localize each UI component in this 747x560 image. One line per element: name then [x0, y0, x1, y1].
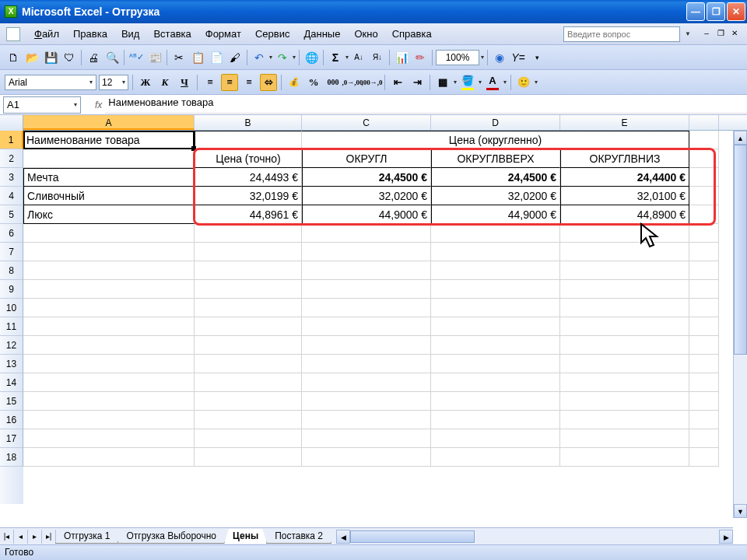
select-all-corner[interactable] — [0, 115, 23, 131]
first-sheet-button[interactable]: |◂ — [0, 530, 14, 544]
menu-data[interactable]: Данные — [297, 26, 346, 42]
undo-button[interactable]: ↶ — [251, 49, 268, 66]
smiley-button[interactable]: 🙂 — [515, 74, 532, 91]
fx-icon[interactable]: fx — [95, 100, 102, 110]
cell-A15[interactable] — [23, 392, 195, 411]
cell-F4[interactable] — [689, 187, 719, 205]
decrease-decimal-button[interactable]: ,00→,0 — [363, 74, 381, 91]
menu-format[interactable]: Формат — [199, 26, 247, 42]
paste-button[interactable]: 📄 — [208, 49, 225, 66]
align-left-button[interactable]: ≡ — [202, 74, 219, 91]
cell-C4[interactable]: 32,0200 € — [302, 187, 431, 205]
cell-F1[interactable] — [689, 131, 719, 149]
cell-D3[interactable]: 24,4500 € — [431, 168, 560, 187]
next-sheet-button[interactable]: ▸ — [28, 530, 42, 544]
cell-A17[interactable] — [23, 429, 195, 448]
column-header-D[interactable]: D — [431, 115, 560, 130]
chart-wizard-button[interactable]: 📊 — [393, 49, 410, 66]
print-preview-button[interactable]: 🔍 — [103, 49, 121, 66]
sort-desc-button[interactable]: Я↓ — [369, 49, 386, 66]
prev-sheet-button[interactable]: ◂ — [14, 530, 28, 544]
sheet-tab-2[interactable]: Отгрузка Выборочно — [117, 529, 225, 544]
scroll-up-button[interactable]: ▲ — [734, 131, 747, 145]
row-header-13[interactable]: 13 — [0, 355, 23, 373]
mdi-restore-button[interactable]: ❐ — [714, 29, 727, 40]
ask-question-input[interactable] — [563, 26, 680, 42]
mdi-minimize-button[interactable]: – — [700, 29, 713, 40]
mdi-close-button[interactable]: ✕ — [728, 29, 741, 40]
cell-A9[interactable] — [23, 280, 195, 299]
print-button[interactable]: 🖨 — [85, 49, 102, 66]
close-button[interactable]: ✕ — [727, 2, 745, 21]
row-header-3[interactable]: 3 — [0, 168, 23, 187]
comma-style-button[interactable]: 000 — [324, 74, 342, 91]
redo-button[interactable]: ↷ — [274, 49, 291, 66]
vertical-scrollbar[interactable]: ▲ ▼ — [733, 131, 747, 518]
research-button[interactable]: 📰 — [146, 49, 163, 66]
sheet-tab-3[interactable]: Цены — [224, 529, 267, 544]
cell-C1-E1-merged[interactable]: Цена (округленно) — [302, 131, 689, 149]
font-size-selector[interactable]: 12▾ — [99, 75, 128, 90]
last-sheet-button[interactable]: ▸| — [42, 530, 56, 544]
redo-dropdown-icon[interactable]: ▾ — [293, 54, 296, 61]
spellcheck-button[interactable]: ᴬᴮ✓ — [128, 49, 145, 66]
menu-tools[interactable]: Сервис — [249, 26, 296, 42]
minimize-button[interactable]: — — [686, 2, 705, 21]
font-color-dropdown-icon[interactable]: ▾ — [503, 79, 507, 86]
horizontal-scrollbar[interactable]: ◀ ▶ — [336, 530, 733, 544]
cell-A6[interactable] — [23, 224, 195, 243]
scroll-right-button[interactable]: ▶ — [719, 530, 733, 544]
row-header-7[interactable]: 7 — [0, 243, 23, 261]
cell-A5[interactable]: Люкс — [23, 205, 195, 224]
maximize-button[interactable]: ❐ — [707, 2, 725, 21]
row-header-5[interactable]: 5 — [0, 205, 23, 224]
percent-button[interactable]: % — [305, 74, 322, 91]
column-header-A[interactable]: A — [23, 115, 195, 130]
scroll-down-button[interactable]: ▼ — [734, 504, 747, 518]
cell-A4[interactable]: Сливочный — [23, 187, 195, 205]
row-header-1[interactable]: 1 — [0, 131, 23, 149]
column-header-F[interactable] — [689, 115, 719, 130]
cell-D2[interactable]: ОКРУГЛВВЕРХ — [431, 149, 560, 168]
undo-dropdown-icon[interactable]: ▾ — [269, 54, 272, 61]
save-button[interactable]: 💾 — [42, 49, 59, 66]
cell-B4[interactable]: 32,0199 € — [195, 187, 302, 205]
copy-button[interactable]: 📋 — [189, 49, 206, 66]
formula-bar-input[interactable]: Наименование товара — [105, 96, 747, 114]
cell-E4[interactable]: 32,0100 € — [560, 187, 689, 205]
autosum-dropdown-icon[interactable]: ▾ — [345, 54, 349, 61]
workbook-icon[interactable] — [6, 27, 20, 41]
cell-C5[interactable]: 44,9000 € — [302, 205, 431, 224]
new-button[interactable]: 🗋 — [5, 49, 22, 66]
cell-A14[interactable] — [23, 373, 195, 392]
cell-E3[interactable]: 24,4400 € — [560, 168, 689, 187]
row-header-17[interactable]: 17 — [0, 429, 23, 448]
cell-B5[interactable]: 44,8961 € — [195, 205, 302, 224]
cells-area[interactable]: Наименование товара Цена (округленно) Це… — [23, 131, 747, 504]
row-header-15[interactable]: 15 — [0, 392, 23, 411]
cell-F2[interactable] — [689, 149, 719, 168]
row-header-10[interactable]: 10 — [0, 299, 23, 317]
drawing-button[interactable]: ✏ — [412, 49, 429, 66]
zoom-input[interactable] — [436, 50, 479, 65]
sheet-tab-4[interactable]: Поставка 2 — [266, 529, 331, 544]
fill-dropdown-icon[interactable]: ▾ — [479, 79, 482, 86]
vertical-scroll-thumb[interactable] — [734, 145, 747, 355]
cell-A13[interactable] — [23, 355, 195, 373]
row-header-11[interactable]: 11 — [0, 317, 23, 336]
borders-button[interactable]: ▦ — [434, 74, 451, 91]
cell-E2[interactable]: ОКРУГЛВНИЗ — [560, 149, 689, 168]
menu-help[interactable]: Справка — [386, 26, 438, 42]
align-center-button[interactable]: ≡ — [221, 74, 238, 91]
autosum-button[interactable]: Σ — [327, 49, 344, 66]
cell-A10[interactable] — [23, 299, 195, 317]
cell-A18[interactable] — [23, 448, 195, 467]
cell-C3[interactable]: 24,4500 € — [302, 168, 431, 187]
menu-window[interactable]: Окно — [348, 26, 384, 42]
scroll-left-button[interactable]: ◀ — [336, 530, 350, 544]
column-header-E[interactable]: E — [560, 115, 689, 130]
row-header-14[interactable]: 14 — [0, 373, 23, 392]
cut-button[interactable]: ✂ — [170, 49, 188, 66]
cell-A12[interactable] — [23, 336, 195, 355]
menu-insert[interactable]: Вставка — [147, 26, 197, 42]
